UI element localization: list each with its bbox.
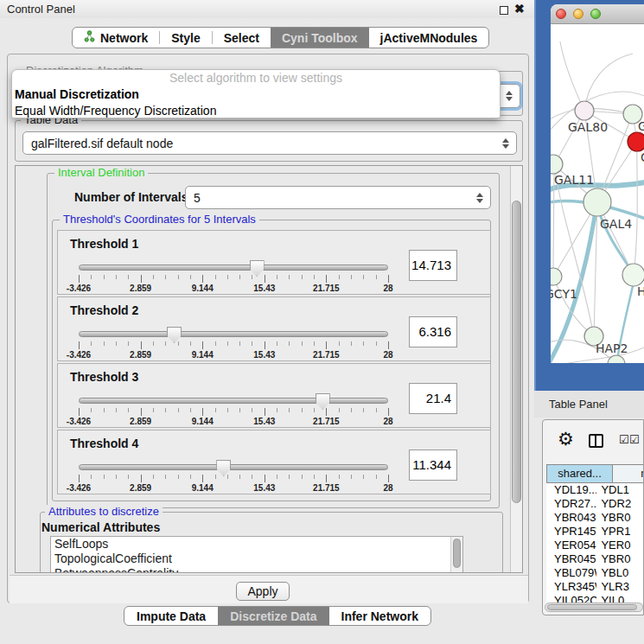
threshold-1-slider[interactable]: -3.426 2.859 9.144 15.43 21.715 28 xyxy=(79,260,388,293)
panel-scrollbar[interactable] xyxy=(510,166,522,572)
network-nodes[interactable] xyxy=(544,101,644,373)
combo-arrows-icon xyxy=(502,138,509,149)
table-row[interactable]: YPR145WYPR1 xyxy=(546,525,644,539)
threshold-3-slider[interactable]: -3.426 2.859 9.144 15.43 21.715 28 xyxy=(79,393,388,426)
tab-cyni-toolbox[interactable]: Cyni Toolbox xyxy=(271,28,369,48)
column-header-shared-name[interactable]: shared... xyxy=(546,464,613,483)
columns-icon[interactable] xyxy=(589,434,603,448)
float-window-icon[interactable] xyxy=(500,6,508,15)
gear-icon[interactable]: ⚙ xyxy=(558,430,574,448)
threshold-1-box: Threshold 1 -3.426 2.859 9.144 15.43 21.… xyxy=(57,230,491,295)
attributes-group-title: Attributes to discretize xyxy=(45,505,163,518)
tab-network[interactable]: Network xyxy=(73,28,159,48)
algorithm-dropdown-popup: Select algorithm to view settings Manual… xyxy=(11,69,501,118)
node-gal11[interactable] xyxy=(544,155,563,174)
app-root: Control Panel ✖ Network Style Select Cyn… xyxy=(0,0,644,644)
threshold-3-box: Threshold 3 -3.426 2.859 9.144 15.43 21.… xyxy=(57,363,491,428)
table-panel-titlebar: Table Panel xyxy=(534,391,644,418)
table-row[interactable]: YIL052CYIL0 xyxy=(546,594,644,603)
numerical-attributes-label: Numerical Attributes xyxy=(41,520,160,534)
node-h[interactable] xyxy=(622,264,644,286)
threshold-2-value-field[interactable]: 6.316 xyxy=(409,316,457,348)
top-tab-bar: Network Style Select Cyni Toolbox jActiv… xyxy=(72,27,489,48)
slider-track[interactable] xyxy=(79,265,388,271)
network-icon xyxy=(84,30,95,45)
slider-ticks xyxy=(79,341,389,349)
slider-ticks xyxy=(79,475,389,482)
node-partial-bottom[interactable] xyxy=(608,355,625,373)
bottom-tab-bar: Impute Data Discretize Data Infer Networ… xyxy=(124,606,431,626)
slider-ticks xyxy=(79,275,389,283)
table-row[interactable]: YER054CYER0 xyxy=(546,539,644,552)
threshold-4-label: Threshold 4 xyxy=(70,437,138,450)
slider-track[interactable] xyxy=(79,398,388,404)
label-h-partial: H xyxy=(637,284,644,298)
slider-tick-labels: -3.426 2.859 9.144 15.43 21.715 28 xyxy=(79,483,388,494)
threshold-2-box: Threshold 2 -3.426 2.859 9.144 15.43 21.… xyxy=(57,296,491,361)
label-hap2: HAP2 xyxy=(596,341,628,355)
table-panel-title: Table Panel xyxy=(549,398,608,411)
threshold-4-value-field[interactable]: 11.344 xyxy=(409,450,457,481)
apply-strip: Apply xyxy=(10,575,528,603)
label-gal80: GAL80 xyxy=(568,120,608,134)
table-header-row: shared... na xyxy=(546,464,644,483)
node-gal80[interactable] xyxy=(575,101,594,120)
list-item[interactable]: BetweennessCentrality xyxy=(51,566,462,573)
threshold-1-value-field[interactable]: 14.713 xyxy=(409,250,457,281)
number-of-intervals-combobox[interactable]: 5 xyxy=(185,186,491,209)
popup-item-equal-width-frequency[interactable]: Equal Width/Frequency Discretization xyxy=(12,103,500,118)
settings-scroll-panel: Interval Definition Number of Intervals … xyxy=(15,165,523,573)
list-scrollbar[interactable] xyxy=(450,537,462,573)
list-item[interactable]: SelfLoops xyxy=(51,537,462,552)
table-row[interactable]: YDL19...YDL1 xyxy=(546,483,644,497)
combo-arrows-icon xyxy=(476,193,483,203)
node-gcy1[interactable] xyxy=(545,268,562,285)
network-canvas[interactable]: GAL80 GA C GAL11 GAL4 GCY1 H HAP2 xyxy=(536,0,644,391)
threshold-2-label: Threshold 2 xyxy=(70,303,138,317)
thresholds-group-title: Threshold's Coordinates for 5 Intervals xyxy=(60,213,259,226)
slider-track[interactable] xyxy=(79,331,388,337)
table-row[interactable]: YDR27...YDR2 xyxy=(546,497,644,511)
table-row[interactable]: YLR345WYLR3 xyxy=(546,580,644,594)
column-header-name[interactable]: na xyxy=(613,464,644,483)
cyni-toolbox-panel: Discretization Algorithm Select algorith… xyxy=(7,54,529,603)
tab-select[interactable]: Select xyxy=(213,28,271,48)
slider-tick-labels: -3.426 2.859 9.144 15.43 21.715 28 xyxy=(79,284,388,294)
number-of-intervals-value: 5 xyxy=(194,191,201,205)
list-item[interactable]: TopologicalCoefficient xyxy=(51,552,462,566)
tab-discretize-data[interactable]: Discretize Data xyxy=(218,607,328,625)
interval-definition-title: Interval Definition xyxy=(54,166,148,179)
slider-track[interactable] xyxy=(79,464,388,470)
threshold-3-label: Threshold 3 xyxy=(70,370,138,384)
popup-item-manual-discretization[interactable]: Manual Discretization xyxy=(12,86,500,103)
table-data-value: galFiltered.sif default node xyxy=(31,137,173,150)
tab-style[interactable]: Style xyxy=(160,28,211,48)
panel-title: Control Panel xyxy=(7,3,75,16)
threshold-4-box: Threshold 4 -3.426 2.859 9.144 15.43 21.… xyxy=(57,430,491,494)
checkbox-icon[interactable]: ☑ xyxy=(619,433,629,446)
threshold-4-slider[interactable]: -3.426 2.859 9.144 15.43 21.715 28 xyxy=(79,460,388,493)
threshold-1-label: Threshold 1 xyxy=(70,237,138,251)
table-row[interactable]: YBR043CYBR0 xyxy=(546,511,644,525)
threshold-3-value-field[interactable]: 21.4 xyxy=(409,383,457,414)
node-selected-red[interactable] xyxy=(628,132,644,151)
table-rows: YDL19...YDL1 YDR27...YDR2 YBR043CYBR0 YP… xyxy=(546,483,644,603)
slider-tick-labels: -3.426 2.859 9.144 15.43 21.715 28 xyxy=(79,350,388,360)
node-gal4[interactable] xyxy=(583,188,611,216)
apply-button[interactable]: Apply xyxy=(236,582,290,601)
number-of-intervals-label: Number of Intervals xyxy=(74,190,188,204)
tab-infer-network[interactable]: Infer Network xyxy=(329,607,430,625)
checkbox-icon[interactable]: ☑ xyxy=(629,433,640,446)
slider-ticks xyxy=(79,408,389,416)
table-row[interactable]: YBL079WYBL0 xyxy=(546,566,644,580)
close-icon[interactable]: ✖ xyxy=(514,2,525,16)
table-row[interactable]: YBR045CYBR0 xyxy=(546,552,644,566)
tab-impute-data[interactable]: Impute Data xyxy=(124,607,218,625)
threshold-2-slider[interactable]: -3.426 2.859 9.144 15.43 21.715 28 xyxy=(79,327,388,360)
slider-tick-labels: -3.426 2.859 9.144 15.43 21.715 28 xyxy=(79,417,388,427)
table-data-combobox[interactable]: galFiltered.sif default node xyxy=(22,131,517,155)
popup-placeholder-item[interactable]: Select algorithm to view settings xyxy=(12,70,500,86)
table-data-group: Table Data galFiltered.sif default node xyxy=(15,120,523,162)
tab-jactivemnodules[interactable]: jActiveMNodules xyxy=(369,28,489,48)
horizontal-scrollbar[interactable] xyxy=(545,603,643,612)
